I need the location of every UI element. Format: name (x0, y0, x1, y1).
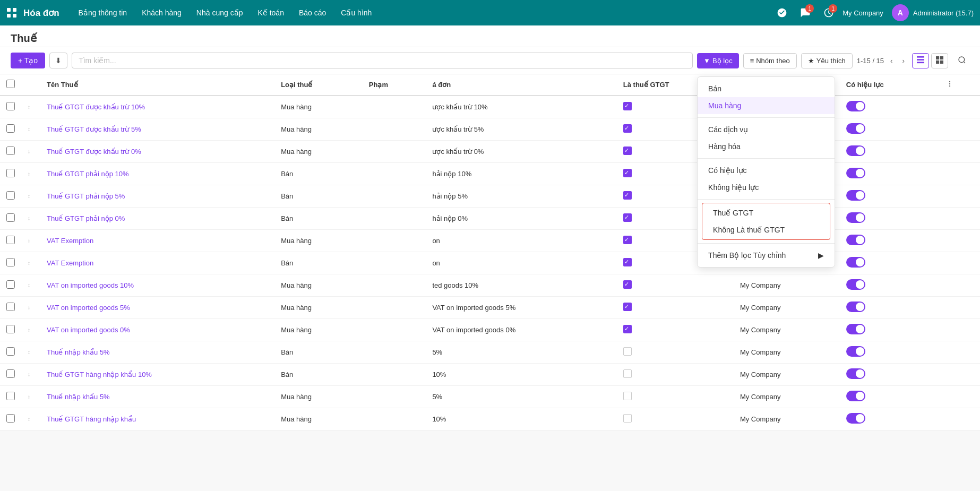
table-row[interactable]: ↕ Thuế GTGT hàng nhập khẩu Mua hàng 10% … (0, 408, 980, 430)
sort-arrows[interactable]: ↕ (28, 327, 34, 333)
favorite-button[interactable]: ★ Yêu thích (801, 53, 853, 68)
row-ten-thue: Thuế GTGT được khấu trừ 0% (40, 141, 274, 163)
row-checkbox[interactable] (6, 147, 15, 155)
row-checkbox[interactable] (6, 303, 15, 311)
sort-arrows[interactable]: ↕ (28, 126, 34, 132)
toggle-on[interactable] (846, 101, 865, 111)
sort-arrows[interactable]: ↕ (28, 394, 34, 400)
nav-baocao[interactable]: Báo cáo (293, 5, 332, 20)
toggle-on[interactable] (846, 190, 865, 201)
search-box: Tìm kiếm... (72, 53, 693, 68)
row-ten-thue: VAT Exemption (40, 252, 274, 274)
row-sort-cell: ↕ (21, 118, 40, 141)
nav-cauhinh[interactable]: Cấu hình (334, 5, 378, 20)
filter-khonglathuegtgt[interactable]: Không Là thuế GTGT (702, 221, 830, 238)
app-title: Hóa đơn (23, 7, 59, 19)
filter-khonghieuluc[interactable]: Không hiệu lực (698, 179, 835, 196)
row-sort-cell: ↕ (21, 252, 40, 274)
filter-cohieuluc[interactable]: Có hiệu lực (698, 162, 835, 179)
filter-button[interactable]: ▼ Bộ lọc (697, 53, 739, 68)
row-pham (363, 118, 426, 141)
group-by-button[interactable]: ≡ Nhóm theo (743, 53, 797, 68)
sort-arrows[interactable]: ↕ (28, 149, 34, 154)
toggle-on[interactable] (846, 346, 865, 357)
row-checkbox[interactable] (6, 258, 15, 266)
activity-clock-btn[interactable]: 1 (819, 3, 838, 22)
next-page-btn[interactable]: › (899, 55, 908, 67)
sort-arrows[interactable]: ↕ (28, 193, 34, 199)
grid-view-btn[interactable] (931, 53, 948, 68)
row-checkbox[interactable] (6, 414, 15, 423)
sort-arrows[interactable]: ↕ (28, 349, 34, 355)
row-pham (363, 274, 426, 297)
toggle-on[interactable] (846, 168, 865, 178)
sort-arrows[interactable]: ↕ (28, 260, 34, 266)
toggle-on[interactable] (846, 235, 865, 245)
activity-icon-btn[interactable] (772, 3, 792, 22)
nav-nhacungcap[interactable]: Nhà cung cấp (190, 5, 250, 20)
nav-ketoan[interactable]: Kế toán (251, 5, 290, 20)
toggle-on[interactable] (846, 145, 865, 156)
toggle-on[interactable] (846, 413, 865, 424)
gtgt-checked (623, 258, 632, 266)
sort-arrows[interactable]: ↕ (28, 104, 34, 110)
filter-custom[interactable]: Thêm Bộ lọc Tùy chỉnh ▶ (698, 247, 835, 264)
toggle-on[interactable] (846, 212, 865, 223)
table-row[interactable]: ↕ VAT on imported goods 5% Mua hàng VAT … (0, 297, 980, 319)
table-row[interactable]: ↕ Thuế GTGT hàng nhập khẩu 10% Bán 10% M… (0, 364, 980, 386)
table-row[interactable]: ↕ Thuế nhập khẩu 5% Mua hàng 5% My Compa… (0, 386, 980, 408)
sort-arrows[interactable]: ↕ (28, 305, 34, 311)
prev-page-btn[interactable]: ‹ (887, 55, 896, 67)
row-checkbox[interactable] (6, 325, 15, 333)
filter-muahang[interactable]: Mua hàng (698, 97, 835, 114)
message-icon-btn[interactable]: 1 (796, 3, 815, 22)
toggle-on[interactable] (846, 324, 865, 334)
sort-arrows[interactable]: ↕ (28, 282, 34, 288)
filter-cacdichvu[interactable]: Các dịch vụ (698, 121, 835, 138)
row-cong-ty: My Company (734, 297, 840, 319)
table-row[interactable]: ↕ VAT on imported goods 0% Mua hàng VAT … (0, 319, 980, 341)
sort-arrows[interactable]: ↕ (28, 238, 34, 244)
list-view-btn[interactable] (912, 53, 929, 68)
create-button[interactable]: + Tạo (11, 53, 45, 68)
table-row[interactable]: ↕ VAT on imported goods 10% Mua hàng ted… (0, 274, 980, 297)
row-checkbox[interactable] (6, 236, 15, 244)
search-submit-btn[interactable] (955, 54, 969, 68)
nav-bangthongtin[interactable]: Bảng thông tin (72, 5, 134, 20)
sort-arrows[interactable]: ↕ (28, 416, 34, 422)
row-ten-thue: Thuế GTGT được khấu trừ 10% (40, 96, 274, 118)
table-row[interactable]: ↕ Thuế nhập khẩu 5% Bán 5% My Company (0, 341, 980, 364)
row-checkbox[interactable] (6, 124, 15, 133)
sort-arrows[interactable]: ↕ (28, 216, 34, 221)
export-button[interactable]: ⬇ (49, 53, 67, 68)
row-checkbox[interactable] (6, 280, 15, 289)
row-checkbox[interactable] (6, 191, 15, 200)
row-checkbox[interactable] (6, 169, 15, 177)
row-checkbox[interactable] (6, 369, 15, 378)
row-checkbox[interactable] (6, 213, 15, 222)
row-checkbox[interactable] (6, 392, 15, 400)
toggle-on[interactable] (846, 302, 865, 312)
filter-khonghieuluc-label: Không hiệu lực (708, 183, 759, 192)
row-pham (363, 341, 426, 364)
row-pham (363, 252, 426, 274)
nav-khachhang[interactable]: Khách hàng (135, 5, 188, 20)
row-co-hieu-luc (840, 163, 940, 185)
col-co-hieu-luc-label: Có hiệu lực (846, 81, 884, 89)
grid-icon[interactable] (6, 7, 17, 18)
row-checkbox[interactable] (6, 347, 15, 356)
row-pham (363, 141, 426, 163)
nav-right: 1 1 My Company A Administrator (15.7) (772, 3, 974, 22)
sort-arrows[interactable]: ↕ (28, 171, 34, 177)
toggle-on[interactable] (846, 391, 865, 401)
toggle-on[interactable] (846, 279, 865, 290)
filter-hanghoa[interactable]: Hàng hóa (698, 138, 835, 155)
filter-thuegtgt[interactable]: Thuế GTGT (702, 204, 830, 221)
sort-arrows[interactable]: ↕ (28, 372, 34, 377)
row-checkbox[interactable] (6, 102, 15, 110)
toggle-on[interactable] (846, 123, 865, 134)
select-all-checkbox[interactable] (6, 80, 15, 88)
toggle-on[interactable] (846, 257, 865, 268)
filter-ban[interactable]: Bán (698, 80, 835, 97)
toggle-on[interactable] (846, 368, 865, 379)
